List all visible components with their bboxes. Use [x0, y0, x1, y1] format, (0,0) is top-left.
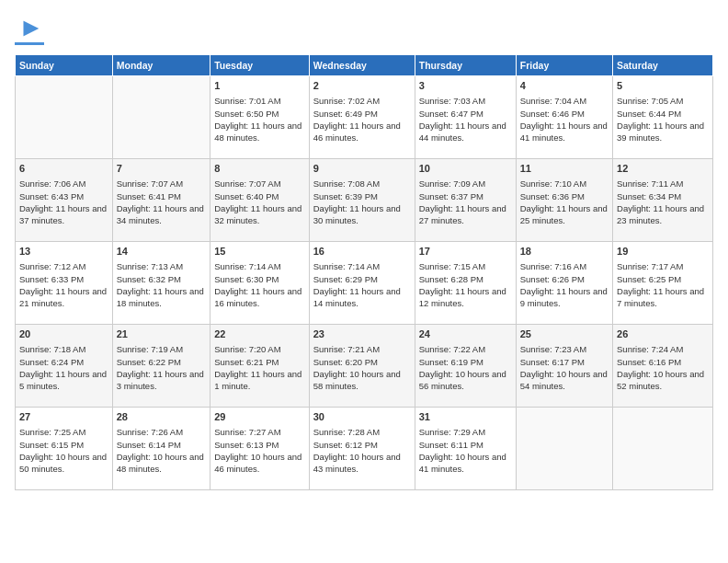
day-info: Sunrise: 7:20 AM Sunset: 6:21 PM Dayligh…: [214, 343, 305, 392]
calendar-body: 1Sunrise: 7:01 AM Sunset: 6:50 PM Daylig…: [16, 76, 713, 490]
day-info: Sunrise: 7:23 AM Sunset: 6:17 PM Dayligh…: [520, 343, 609, 392]
calendar-week-row: 13Sunrise: 7:12 AM Sunset: 6:33 PM Dayli…: [16, 242, 713, 325]
day-number: 2: [313, 79, 411, 93]
day-info: Sunrise: 7:17 AM Sunset: 6:25 PM Dayligh…: [617, 260, 709, 309]
day-number: 27: [19, 410, 108, 424]
day-of-week-header: Sunday: [16, 55, 113, 76]
calendar-cell: 4Sunrise: 7:04 AM Sunset: 6:46 PM Daylig…: [516, 76, 612, 159]
day-info: Sunrise: 7:08 AM Sunset: 6:39 PM Dayligh…: [313, 178, 411, 226]
day-number: 9: [313, 162, 411, 176]
calendar-week-row: 6Sunrise: 7:06 AM Sunset: 6:43 PM Daylig…: [16, 159, 713, 242]
day-of-week-header: Wednesday: [309, 55, 415, 76]
day-number: 23: [313, 327, 411, 341]
day-info: Sunrise: 7:21 AM Sunset: 6:20 PM Dayligh…: [313, 343, 411, 392]
calendar-week-row: 1Sunrise: 7:01 AM Sunset: 6:50 PM Daylig…: [16, 76, 713, 159]
day-number: 12: [617, 162, 709, 176]
calendar-week-row: 27Sunrise: 7:25 AM Sunset: 6:15 PM Dayli…: [16, 408, 713, 490]
day-info: Sunrise: 7:15 AM Sunset: 6:28 PM Dayligh…: [419, 260, 512, 309]
day-info: Sunrise: 7:29 AM Sunset: 6:11 PM Dayligh…: [419, 426, 512, 475]
day-number: 29: [214, 410, 305, 424]
calendar-cell: 3Sunrise: 7:03 AM Sunset: 6:47 PM Daylig…: [415, 76, 516, 159]
calendar-cell: 1Sunrise: 7:01 AM Sunset: 6:50 PM Daylig…: [210, 76, 310, 159]
day-info: Sunrise: 7:28 AM Sunset: 6:12 PM Dayligh…: [313, 426, 411, 475]
calendar-cell: [16, 76, 113, 159]
day-info: Sunrise: 7:19 AM Sunset: 6:22 PM Dayligh…: [117, 343, 207, 392]
day-info: Sunrise: 7:04 AM Sunset: 6:46 PM Dayligh…: [520, 95, 609, 144]
calendar-cell: 10Sunrise: 7:09 AM Sunset: 6:37 PM Dayli…: [415, 159, 516, 242]
day-number: 13: [19, 245, 108, 259]
logo-bird-icon: ►: [18, 15, 44, 40]
day-info: Sunrise: 7:14 AM Sunset: 6:29 PM Dayligh…: [313, 260, 411, 309]
day-number: 11: [520, 162, 609, 176]
calendar-cell: 12Sunrise: 7:11 AM Sunset: 6:34 PM Dayli…: [613, 159, 713, 242]
calendar-cell: 20Sunrise: 7:18 AM Sunset: 6:24 PM Dayli…: [16, 325, 113, 408]
day-of-week-header: Thursday: [415, 55, 516, 76]
page-header: ►: [15, 15, 713, 45]
calendar-cell: 30Sunrise: 7:28 AM Sunset: 6:12 PM Dayli…: [309, 408, 415, 490]
day-info: Sunrise: 7:10 AM Sunset: 6:36 PM Dayligh…: [520, 178, 609, 226]
day-info: Sunrise: 7:27 AM Sunset: 6:13 PM Dayligh…: [214, 426, 305, 475]
calendar-cell: 6Sunrise: 7:06 AM Sunset: 6:43 PM Daylig…: [16, 159, 113, 242]
calendar-cell: 16Sunrise: 7:14 AM Sunset: 6:29 PM Dayli…: [309, 242, 415, 325]
calendar-cell: 11Sunrise: 7:10 AM Sunset: 6:36 PM Dayli…: [516, 159, 612, 242]
day-info: Sunrise: 7:13 AM Sunset: 6:32 PM Dayligh…: [117, 260, 207, 309]
day-number: 5: [617, 79, 709, 93]
calendar-cell: 2Sunrise: 7:02 AM Sunset: 6:49 PM Daylig…: [309, 76, 415, 159]
day-number: 19: [617, 245, 709, 259]
day-number: 14: [117, 245, 207, 259]
calendar-table: SundayMondayTuesdayWednesdayThursdayFrid…: [15, 54, 713, 490]
day-number: 21: [117, 327, 207, 341]
day-info: Sunrise: 7:05 AM Sunset: 6:44 PM Dayligh…: [617, 95, 709, 144]
day-info: Sunrise: 7:02 AM Sunset: 6:49 PM Dayligh…: [313, 95, 411, 144]
calendar-cell: 15Sunrise: 7:14 AM Sunset: 6:30 PM Dayli…: [210, 242, 310, 325]
calendar-cell: 5Sunrise: 7:05 AM Sunset: 6:44 PM Daylig…: [613, 76, 713, 159]
day-info: Sunrise: 7:11 AM Sunset: 6:34 PM Dayligh…: [617, 178, 709, 226]
day-info: Sunrise: 7:25 AM Sunset: 6:15 PM Dayligh…: [19, 426, 108, 475]
day-number: 6: [19, 162, 108, 176]
day-number: 10: [419, 162, 512, 176]
calendar-header: SundayMondayTuesdayWednesdayThursdayFrid…: [16, 55, 713, 76]
calendar-cell: 29Sunrise: 7:27 AM Sunset: 6:13 PM Dayli…: [210, 408, 310, 490]
day-info: Sunrise: 7:26 AM Sunset: 6:14 PM Dayligh…: [117, 426, 207, 475]
day-number: 1: [214, 79, 305, 93]
calendar-cell: [516, 408, 612, 490]
day-number: 25: [520, 327, 609, 341]
day-info: Sunrise: 7:03 AM Sunset: 6:47 PM Dayligh…: [419, 95, 512, 144]
day-number: 8: [214, 162, 305, 176]
day-of-week-header: Saturday: [613, 55, 713, 76]
day-number: 20: [19, 327, 108, 341]
day-number: 18: [520, 245, 609, 259]
calendar-cell: 24Sunrise: 7:22 AM Sunset: 6:19 PM Dayli…: [415, 325, 516, 408]
day-number: 16: [313, 245, 411, 259]
day-of-week-header: Friday: [516, 55, 612, 76]
day-info: Sunrise: 7:22 AM Sunset: 6:19 PM Dayligh…: [419, 343, 512, 392]
day-of-week-header: Tuesday: [210, 55, 310, 76]
calendar-week-row: 20Sunrise: 7:18 AM Sunset: 6:24 PM Dayli…: [16, 325, 713, 408]
day-number: 22: [214, 327, 305, 341]
calendar-cell: 27Sunrise: 7:25 AM Sunset: 6:15 PM Dayli…: [16, 408, 113, 490]
day-number: 24: [419, 327, 512, 341]
day-info: Sunrise: 7:07 AM Sunset: 6:40 PM Dayligh…: [214, 178, 305, 226]
calendar-cell: [613, 408, 713, 490]
calendar-cell: 19Sunrise: 7:17 AM Sunset: 6:25 PM Dayli…: [613, 242, 713, 325]
day-number: 3: [419, 79, 512, 93]
calendar-cell: 23Sunrise: 7:21 AM Sunset: 6:20 PM Dayli…: [309, 325, 415, 408]
day-number: 30: [313, 410, 411, 424]
day-number: 31: [419, 410, 512, 424]
calendar-cell: 31Sunrise: 7:29 AM Sunset: 6:11 PM Dayli…: [415, 408, 516, 490]
day-number: 15: [214, 245, 305, 259]
logo-underline: [15, 42, 44, 45]
calendar-cell: 13Sunrise: 7:12 AM Sunset: 6:33 PM Dayli…: [16, 242, 113, 325]
day-info: Sunrise: 7:16 AM Sunset: 6:26 PM Dayligh…: [520, 260, 609, 309]
day-info: Sunrise: 7:01 AM Sunset: 6:50 PM Dayligh…: [214, 95, 305, 144]
day-number: 17: [419, 245, 512, 259]
calendar-cell: [112, 76, 210, 159]
day-info: Sunrise: 7:24 AM Sunset: 6:16 PM Dayligh…: [617, 343, 709, 392]
day-info: Sunrise: 7:18 AM Sunset: 6:24 PM Dayligh…: [19, 343, 108, 392]
header-row: SundayMondayTuesdayWednesdayThursdayFrid…: [16, 55, 713, 76]
calendar-cell: 22Sunrise: 7:20 AM Sunset: 6:21 PM Dayli…: [210, 325, 310, 408]
day-info: Sunrise: 7:09 AM Sunset: 6:37 PM Dayligh…: [419, 178, 512, 226]
day-number: 4: [520, 79, 609, 93]
day-info: Sunrise: 7:07 AM Sunset: 6:41 PM Dayligh…: [117, 178, 207, 226]
day-info: Sunrise: 7:12 AM Sunset: 6:33 PM Dayligh…: [19, 260, 108, 309]
